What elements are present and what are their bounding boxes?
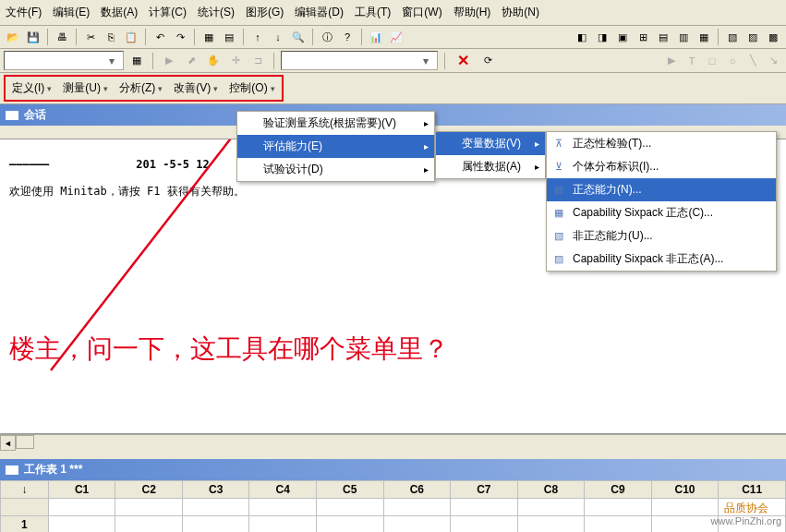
cell[interactable] [317, 499, 384, 516]
menu-edit[interactable]: 编辑(E) [47, 2, 95, 23]
polyline-tool-icon[interactable]: ↘ [764, 52, 782, 70]
open-icon[interactable]: 📂 [4, 28, 22, 46]
cell[interactable] [451, 499, 518, 516]
cell[interactable] [451, 516, 518, 533]
menu-stat[interactable]: 统计(S) [192, 2, 240, 23]
win1-icon[interactable]: ◧ [573, 28, 591, 46]
win5-icon[interactable]: ▤ [654, 28, 672, 46]
cell[interactable] [651, 499, 719, 516]
popup-attribute-data[interactable]: 属性数据(A)▸ [436, 155, 545, 178]
popup-sixpack-nonnormal[interactable]: ▨Capability Sixpack 非正态(A)... [547, 248, 776, 271]
win6-icon[interactable]: ▥ [674, 28, 693, 46]
palette-icon[interactable]: ▦ [127, 52, 146, 70]
tool-icon[interactable]: ▦ [200, 28, 218, 46]
rect-tool-icon[interactable]: □ [703, 52, 721, 70]
popup-variable-data[interactable]: 变量数据(V)▸ [436, 132, 545, 155]
row-blank[interactable] [1, 499, 49, 516]
popup-normality-test[interactable]: ⊼正态性检验(T)... [547, 132, 776, 155]
session-hscrollbar[interactable]: ◄ [0, 434, 786, 450]
sigma-define[interactable]: 定义(I)▾ [6, 78, 57, 99]
cell[interactable] [383, 499, 451, 516]
col-c2[interactable]: C2 [115, 481, 183, 499]
info-icon[interactable]: ⓘ [318, 28, 336, 46]
col-c4[interactable]: C4 [249, 481, 317, 499]
col-arrow[interactable]: ↓ [1, 481, 49, 499]
cell[interactable] [317, 516, 384, 533]
find-icon[interactable]: 🔍 [289, 28, 308, 46]
cut-icon[interactable]: ✂ [81, 28, 100, 46]
cell[interactable] [517, 499, 585, 516]
win7-icon[interactable]: ▦ [695, 28, 713, 46]
win9-icon[interactable]: ▨ [744, 28, 762, 46]
menu-help[interactable]: 帮助(H) [448, 2, 497, 23]
combo1[interactable]: ▾ [4, 51, 124, 70]
copy-icon[interactable]: ⎘ [102, 28, 120, 46]
menu-graph[interactable]: 图形(G) [240, 2, 289, 23]
win3-icon[interactable]: ▣ [613, 28, 632, 46]
chart-icon[interactable]: 📊 [367, 28, 385, 46]
menu-window[interactable]: 窗口(W) [396, 2, 447, 23]
menu-file[interactable]: 文件(F) [0, 2, 47, 23]
sigma-control[interactable]: 控制(O)▾ [224, 78, 280, 99]
col-c1[interactable]: C1 [48, 481, 115, 499]
menu-assist[interactable]: 协助(N) [496, 2, 545, 23]
popup-nonnormal-capability[interactable]: ▧非正态能力(U)... [547, 224, 776, 248]
popup-assess-capability[interactable]: 评估能力(E)▸ [237, 135, 434, 158]
col-c6[interactable]: C6 [383, 481, 451, 499]
win8-icon[interactable]: ▧ [723, 28, 742, 46]
line-tool-icon[interactable]: ╲ [744, 52, 762, 70]
scroll-left-icon[interactable]: ◄ [0, 435, 16, 451]
col-c5[interactable]: C5 [317, 481, 384, 499]
cell[interactable] [115, 516, 183, 533]
save-icon[interactable]: 💾 [24, 28, 42, 46]
text-tool-icon[interactable]: T [683, 52, 701, 70]
help-icon[interactable]: ? [338, 28, 357, 46]
popup-doe[interactable]: 试验设计(D)▸ [237, 158, 434, 181]
hand-tool-icon[interactable]: ✋ [204, 52, 223, 70]
col-c8[interactable]: C8 [517, 481, 585, 499]
win2-icon[interactable]: ◨ [593, 28, 611, 46]
cell[interactable] [651, 516, 719, 533]
navprev-icon[interactable]: ↑ [248, 28, 267, 46]
col-c3[interactable]: C3 [182, 481, 249, 499]
cell[interactable] [383, 516, 451, 533]
undo-icon[interactable]: ↶ [151, 28, 169, 46]
combo2[interactable]: ▾ [281, 51, 438, 70]
win10-icon[interactable]: ▩ [764, 28, 782, 46]
col-c7[interactable]: C7 [451, 481, 518, 499]
menu-editor[interactable]: 编辑器(D) [289, 2, 349, 23]
tool5-icon[interactable]: ⊐ [248, 52, 267, 70]
refresh-icon[interactable]: ⟳ [478, 52, 497, 70]
cell[interactable] [249, 499, 317, 516]
col-c11[interactable]: C11 [719, 481, 786, 499]
popup-sixpack-normal[interactable]: ▦Capability Sixpack 正态(C)... [547, 201, 776, 224]
cell[interactable] [517, 516, 585, 533]
row-1[interactable]: 1 [1, 516, 49, 533]
col-c9[interactable]: C9 [585, 481, 652, 499]
arrow-tool-icon[interactable]: ▶ [160, 52, 178, 70]
redo-icon[interactable]: ↷ [171, 28, 189, 46]
menu-data[interactable]: 数据(A) [95, 2, 143, 23]
menu-calc[interactable]: 计算(C) [143, 2, 192, 23]
cell[interactable] [585, 499, 652, 516]
print-icon[interactable]: 🖶 [53, 28, 71, 46]
cell[interactable] [249, 516, 317, 533]
scroll-thumb[interactable] [16, 435, 34, 449]
win4-icon[interactable]: ⊞ [634, 28, 652, 46]
select-tool-icon[interactable]: ⬈ [182, 52, 200, 70]
cell[interactable] [48, 516, 115, 533]
tool-icon-2[interactable]: ▤ [220, 28, 238, 46]
navnext-icon[interactable]: ↓ [269, 28, 287, 46]
cell[interactable] [182, 499, 249, 516]
popup-individual-dist[interactable]: ⊻个体分布标识(I)... [547, 155, 776, 178]
chart2-icon[interactable]: 📈 [387, 28, 405, 46]
cell[interactable] [48, 499, 115, 516]
popup-normal-capability[interactable]: ▥正态能力(N)... [547, 178, 776, 201]
col-c10[interactable]: C10 [651, 481, 719, 499]
sigma-improve[interactable]: 改善(V)▾ [168, 78, 224, 99]
popup-validate-measure[interactable]: 验证测量系统(根据需要)(V)▸ [237, 112, 434, 135]
close-icon[interactable]: ✕ [452, 52, 475, 69]
crosshair-icon[interactable]: ✛ [226, 52, 245, 70]
cell[interactable] [585, 516, 652, 533]
paste-icon[interactable]: 📋 [122, 28, 140, 46]
